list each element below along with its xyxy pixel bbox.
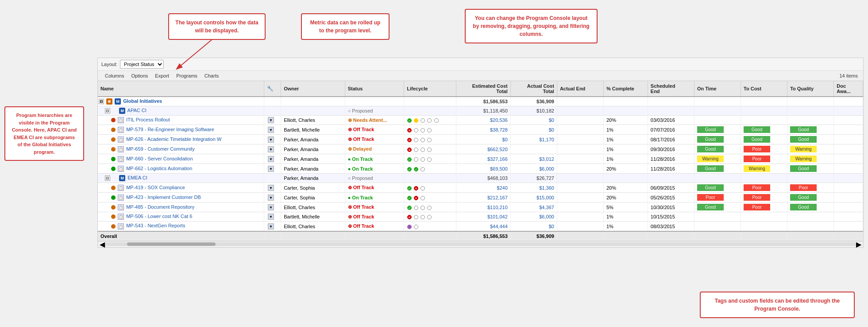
col-header-act-cost[interactable]: Actual CostTotal [510,81,557,97]
table-row: 📋 MP-423 - Implement Customer DB ▼ Carte… [98,193,863,202]
col-header-status[interactable]: Status [345,81,404,97]
cell-act-end [557,144,603,154]
cell-dropdown[interactable]: ▼ [264,135,281,144]
scroll-left-btn[interactable]: ◀ [100,240,105,249]
cell-owner: Carter, Sophia [281,183,345,193]
col-header-ontime[interactable]: On Time [694,81,741,97]
project-link[interactable]: MP-506 - Lower cost NK Cat 6 [126,214,192,219]
cell-dropdown[interactable]: ▼ [264,164,281,174]
cell-dropdown[interactable]: ▼ [264,125,281,135]
table-row: 📋 MP-506 - Lower cost NK Cat 6 ▼ Bartlet… [98,212,863,222]
project-link[interactable]: MP-660 - Server Consolidation [126,156,193,161]
cell-pct: 20% [603,183,648,193]
cell-dropdown[interactable]: ▼ [264,202,281,212]
program-link[interactable]: Global Initiatives [123,98,162,104]
cell-name: 📋 MP-423 - Implement Customer DB [98,193,264,202]
col-header-doc[interactable]: DocAwa... [834,81,863,97]
cell-sched-end [648,97,694,106]
cell-overall-owner [281,231,345,241]
cell-toqual: Good [787,164,834,174]
scrollbar-track[interactable] [105,242,856,246]
col-header-est-cost[interactable]: Estimated CostTotal [456,81,510,97]
project-icon: 📋 [118,136,124,143]
project-link[interactable]: MP-419 - SOX Compliance [126,185,185,190]
orange-dot-icon [111,205,116,210]
cell-dropdown[interactable]: ▼ [264,144,281,154]
col-header-lifecycle[interactable]: Lifecycle [404,81,456,97]
cell-toqual [787,222,834,231]
cell-name: 📋 MP-543 - NextGen Reports [98,222,264,231]
menu-programs[interactable]: Programs [173,72,201,80]
table-wrapper: Name 🔧 Owner Status Lifecycle Estimated … [98,81,863,241]
cell-act-cost: $1,170 [510,135,557,144]
menu-columns[interactable]: Columns [101,72,127,80]
cell-owner: Bartlett, Michelle [281,125,345,135]
project-link[interactable]: ITIL Process Rollout [126,117,170,122]
orange-dot-icon [111,128,116,132]
cell-act-end [557,135,603,144]
cell-act-cost: $6,000 [510,164,557,174]
program-link2[interactable]: APAC CI [127,108,147,113]
cell-est-cost: $240 [456,183,510,193]
cell-pct [603,97,648,106]
cell-tocost [741,106,787,116]
col-header-sched-end[interactable]: ScheduledEnd [648,81,694,97]
cell-dropdown[interactable]: ▼ [264,116,281,125]
cell-lifecycle [404,135,456,144]
program-link3[interactable]: EMEA CI [127,175,147,180]
project-link[interactable]: MP-579 - Re-Engineer Imaging Software [126,127,214,132]
cell-status: ⊕ Off Track [345,202,404,212]
col-header-pct[interactable]: % Complete [603,81,648,97]
cell-sched-end: 05/26/2015 [648,193,694,202]
cell-dropdown[interactable]: ▼ [264,183,281,193]
col-header-owner[interactable]: Owner [281,81,345,97]
cell-sched-end: 03/03/2016 [648,116,694,125]
cell-dropdown[interactable]: ▼ [264,154,281,164]
cell-lifecycle [404,125,456,135]
project-link[interactable]: MP-662 - Logistics Automation [126,166,192,171]
cell-tocost [741,212,787,222]
cell-dropdown[interactable]: ▼ [264,222,281,231]
project-icon: 📋 [118,146,124,152]
table-row: ⊟ M EMEA CI Parker, Amanda ○ Proposed $4… [98,174,863,183]
cell-dropdown[interactable]: ▼ [264,212,281,222]
cell-status: ⊕ Off Track [345,212,404,222]
col-header-name[interactable]: Name [98,81,264,97]
cell-lifecycle [404,212,456,222]
cell-toqual: Good [787,135,834,144]
cell-pct: 1% [603,125,648,135]
cell-doc [834,125,863,135]
project-link[interactable]: MP-626 - Academic Timetable Integration … [126,136,221,142]
cell-ontime: Warning [694,154,741,164]
menu-options[interactable]: Options [127,72,151,80]
project-link[interactable]: MP-485 - Document Repository [126,204,194,210]
col-header-act-end[interactable]: Actual End [557,81,603,97]
cell-dropdown[interactable]: ▼ [264,193,281,202]
col-header-toqual[interactable]: To Quality [787,81,834,97]
scroll-right-btn[interactable]: ▶ [856,240,861,249]
horizontal-scrollbar[interactable]: ◀ ▶ [98,241,863,247]
project-icon: 📋 [118,195,124,201]
cell-toqual: Warning [787,154,834,164]
menu-export[interactable]: Export [151,72,173,80]
cell-status: ● On Track [345,193,404,202]
cell-toqual: Good [787,193,834,202]
cell-act-end [557,222,603,231]
project-link[interactable]: MP-659 - Customer Community [126,146,195,152]
layout-select[interactable]: Project Status [120,60,164,69]
cell-name: 📋 MP-419 - SOX Compliance [98,183,264,193]
menu-charts[interactable]: Charts [201,72,222,80]
cell-pct: 1% [603,222,648,231]
cell-est-cost: $69,500 [456,164,510,174]
hierarchy-callout: Program hierarchies are visible in the P… [4,106,84,161]
table-row: 📋 MP-626 - Academic Timetable Integratio… [98,135,863,144]
project-link[interactable]: MP-423 - Implement Customer DB [126,195,201,200]
cell-ontime [694,97,741,106]
cell-sched-end: 10/30/2015 [648,202,694,212]
cell-pct: 20% [603,164,648,174]
col-header-tocost[interactable]: To Cost [741,81,787,97]
scrollbar-thumb[interactable] [127,242,216,246]
cell-status: ⊕ Needs Attent... [345,116,404,125]
cell-act-end [557,125,603,135]
project-link[interactable]: MP-543 - NextGen Reports [126,223,185,228]
